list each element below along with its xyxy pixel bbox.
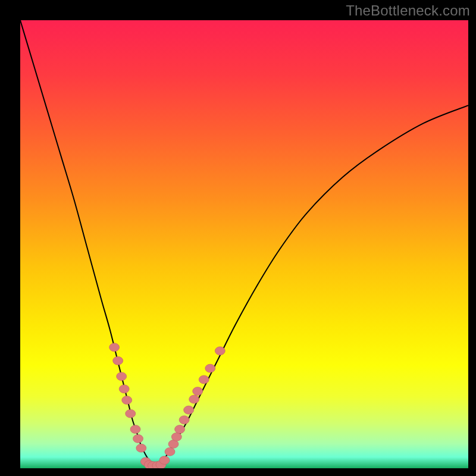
sample-point [189,395,199,403]
sample-point [122,396,132,405]
sample-point [119,385,129,393]
sample-point [199,375,209,384]
sample-point [126,409,136,418]
sample-point [175,425,185,433]
gradient-background [20,20,468,468]
sample-point [136,444,146,452]
sample-point [113,356,123,365]
chart-frame: TheBottleneck.com [0,0,476,476]
sample-point [179,416,189,424]
sample-point [133,434,143,443]
sample-point [117,372,127,381]
sample-point [165,447,175,456]
sample-point [205,364,215,372]
sample-point [193,387,203,395]
plot-svg [20,20,468,468]
sample-point [184,406,194,414]
sample-point [215,347,225,355]
plot-area [20,20,468,468]
watermark-text: TheBottleneck.com [346,2,470,19]
sample-point [171,433,181,441]
sample-point [130,425,140,433]
sample-point [159,456,170,464]
sample-point [109,343,120,352]
